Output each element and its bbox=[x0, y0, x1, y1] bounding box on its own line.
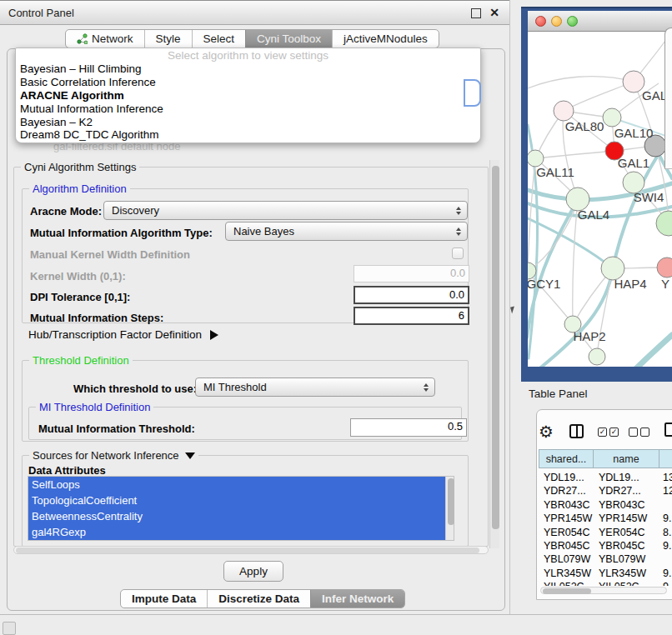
bottom-tabbar: Impute Data Discretize Data Infer Networ… bbox=[120, 589, 405, 608]
node-gal80[interactable] bbox=[554, 101, 574, 121]
network-window-titlebar[interactable] bbox=[528, 11, 672, 32]
table-cell[interactable] bbox=[663, 552, 672, 566]
algorithm-option-bayesian-hill-climbing[interactable]: Bayesian – Hill Climbing bbox=[16, 62, 480, 76]
node-bottom-partial[interactable] bbox=[589, 348, 605, 365]
dpi-tolerance-field[interactable]: 0.0 bbox=[354, 286, 469, 304]
which-threshold-select[interactable]: MI Threshold bbox=[195, 378, 435, 397]
collapse-arrow-icon[interactable] bbox=[185, 452, 195, 459]
scrollbar-thumb[interactable] bbox=[448, 478, 454, 525]
tab-infer-network[interactable]: Infer Network bbox=[310, 590, 404, 608]
settings-horizontal-scrollbar[interactable] bbox=[13, 546, 489, 554]
table-cell[interactable] bbox=[663, 498, 672, 512]
algorithm-option-aracne[interactable]: ARACNE Algorithm bbox=[16, 89, 480, 102]
mi-algorithm-type-select[interactable]: Naive Bayes bbox=[225, 222, 468, 241]
table-cell[interactable]: 13 bbox=[663, 471, 672, 484]
export-table-icon[interactable] bbox=[664, 422, 672, 437]
select-all-checkbox-icon[interactable]: ✓ bbox=[598, 428, 607, 437]
table-cell[interactable]: YIL052C bbox=[599, 580, 659, 586]
expand-arrow-icon[interactable] bbox=[210, 330, 218, 340]
bottom-left-mini-icon[interactable] bbox=[3, 622, 16, 635]
label-gal80: GAL80 bbox=[565, 119, 604, 133]
label-gal4: GAL4 bbox=[578, 208, 609, 222]
algorithm-combo-focus-ring[interactable] bbox=[464, 79, 481, 107]
zoom-window-button[interactable] bbox=[567, 16, 578, 27]
table-cell[interactable]: 9. bbox=[663, 539, 672, 552]
tab-cyni-toolbox[interactable]: Cyni Toolbox bbox=[245, 30, 332, 48]
algorithm-option-bayesian-k2[interactable]: Bayesian – K2 bbox=[16, 116, 480, 129]
data-attributes-label: Data Attributes bbox=[28, 464, 106, 477]
list-item-betweennesscentrality[interactable]: BetweennessCentrality bbox=[28, 508, 454, 524]
algorithm-option-basic-correlation[interactable]: Basic Correlation Inference bbox=[16, 76, 480, 89]
float-panel-icon[interactable] bbox=[471, 8, 481, 18]
algorithm-option-dream8[interactable]: Dream8 DC_TDC Algorithm bbox=[16, 128, 480, 142]
table-cell[interactable]: YDL19... bbox=[599, 471, 659, 484]
hub-definition-row[interactable]: Hub/Transcription Factor Definition bbox=[28, 328, 218, 341]
mi-threshold-field[interactable]: 0.5 bbox=[350, 418, 467, 437]
node-salmon[interactable] bbox=[657, 258, 672, 278]
manual-kernel-label: Manual Kernel Width Definition bbox=[30, 248, 190, 261]
mi-steps-field[interactable]: 6 bbox=[354, 307, 469, 325]
which-threshold-label: Which threshold to use: bbox=[73, 382, 197, 395]
table-cell[interactable]: YBR045C bbox=[599, 539, 659, 552]
list-item-gal4rgexp[interactable]: gal4RGexp bbox=[28, 524, 454, 540]
tab-network[interactable]: Network bbox=[66, 30, 144, 48]
algorithm-prompt: Select algorithm to view settings bbox=[16, 48, 480, 62]
table-horizontal-scrollbar[interactable] bbox=[540, 587, 667, 594]
sources-group-title[interactable]: Sources for Network Inference bbox=[29, 449, 198, 462]
tab-discretize-data[interactable]: Discretize Data bbox=[207, 590, 310, 608]
close-window-button[interactable] bbox=[535, 16, 546, 27]
scrollbar-thumb[interactable] bbox=[492, 166, 499, 529]
table-cell[interactable]: 9. bbox=[663, 512, 672, 525]
table-cell[interactable]: YBL079W bbox=[544, 552, 594, 566]
tab-style[interactable]: Style bbox=[144, 30, 192, 48]
list-item-selfloops[interactable]: SelfLoops bbox=[28, 477, 454, 492]
node-green-right[interactable] bbox=[656, 211, 672, 236]
table-cell[interactable]: YDL19... bbox=[544, 471, 594, 484]
table-cell[interactable]: 12 bbox=[663, 484, 672, 498]
mi-threshold-group-title: MI Threshold Definition bbox=[36, 401, 153, 413]
deselect-all-checkbox-icon[interactable] bbox=[629, 428, 638, 437]
deselect-all-checkbox-icon[interactable] bbox=[640, 428, 649, 437]
tab-select[interactable]: Select bbox=[192, 30, 246, 48]
tab-impute-data[interactable]: Impute Data bbox=[121, 590, 207, 608]
table-cell[interactable]: YIL052C bbox=[544, 580, 594, 586]
list-item-topologicalcoefficient[interactable]: TopologicalCoefficient bbox=[28, 492, 454, 508]
node-gal10[interactable] bbox=[603, 108, 621, 127]
select-all-checkbox-icon[interactable]: ✓ bbox=[609, 428, 619, 437]
table-cell[interactable]: 8. bbox=[663, 526, 672, 539]
close-panel-icon[interactable]: ✕ bbox=[489, 6, 499, 19]
table-cell[interactable]: YBR043C bbox=[544, 498, 594, 512]
table-cell[interactable]: YLR345W bbox=[599, 567, 659, 580]
table-cell[interactable]: 9. bbox=[663, 567, 672, 580]
label-gal10: GAL10 bbox=[614, 126, 654, 140]
table-cell[interactable]: YER054C bbox=[544, 526, 594, 539]
network-view-canvas[interactable]: GAL80 GAL10 GAL1 GAL11 SWI4 GAL4 GCY1 HA… bbox=[528, 32, 672, 367]
table-cell[interactable]: YER054C bbox=[599, 526, 659, 539]
table-cell[interactable]: YDR27... bbox=[544, 484, 594, 498]
table-settings-gear-icon[interactable]: ⚙ bbox=[539, 423, 554, 440]
apply-button[interactable]: Apply bbox=[223, 561, 283, 582]
node-gal11[interactable] bbox=[528, 150, 544, 167]
table-cell[interactable]: YBL079W bbox=[599, 552, 659, 566]
table-cell[interactable]: YBR043C bbox=[599, 498, 659, 512]
table-cell[interactable]: 9 bbox=[663, 580, 672, 586]
table-cell[interactable]: YLR345W bbox=[544, 567, 594, 580]
column-chooser-icon[interactable] bbox=[569, 424, 584, 438]
scrollbar-thumb[interactable] bbox=[543, 588, 591, 594]
column-header-shared-name[interactable]: shared... bbox=[539, 449, 594, 468]
scrollbar-thumb[interactable] bbox=[16, 548, 479, 553]
table-cell[interactable]: YPR145W bbox=[544, 512, 594, 525]
column-header-truncated[interactable] bbox=[659, 449, 672, 468]
minimize-window-button[interactable] bbox=[551, 16, 562, 27]
table-cell[interactable]: YPR145W bbox=[599, 512, 659, 525]
tab-jactivemnodules[interactable]: jActiveMNodules bbox=[332, 30, 439, 48]
algorithm-option-mutual-information[interactable]: Mutual Information Inference bbox=[16, 102, 480, 116]
table-cell[interactable]: YBR045C bbox=[544, 539, 594, 552]
table-cell[interactable]: YDR27... bbox=[599, 484, 659, 498]
settings-vertical-scrollbar[interactable] bbox=[489, 160, 499, 548]
aracne-mode-select[interactable]: Discovery bbox=[103, 201, 468, 220]
attributes-list-scrollbar[interactable] bbox=[445, 477, 454, 540]
column-header-name[interactable]: name bbox=[593, 449, 659, 468]
table-panel-title: Table Panel bbox=[529, 388, 588, 400]
app-screen: Control Panel ✕ Network Style Select Cyn… bbox=[0, 0, 672, 635]
